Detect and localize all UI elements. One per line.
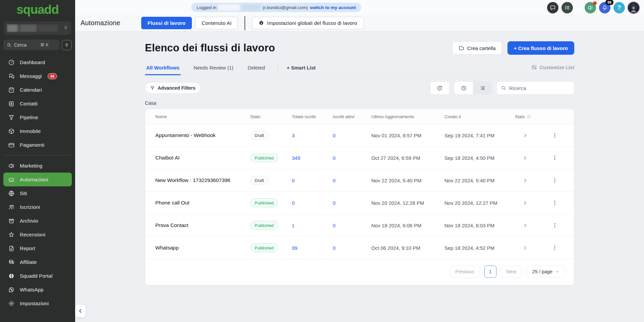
sidebar-item-recensioni[interactable]: Recensioni bbox=[3, 228, 72, 241]
workflow-search[interactable] bbox=[496, 81, 574, 95]
kebab-menu-icon[interactable] bbox=[552, 132, 558, 138]
sidebar-item-iscrizioni[interactable]: Iscrizioni bbox=[3, 200, 72, 214]
page-size-select[interactable]: 25 / page bbox=[527, 266, 565, 278]
sidebar-item-squadd-portal[interactable]: Squadd Portal bbox=[3, 269, 72, 283]
workflow-name[interactable]: Phone call Out bbox=[155, 200, 250, 206]
active-enrolled-link[interactable]: 0 bbox=[333, 178, 335, 183]
sidebar-search-input[interactable] bbox=[14, 42, 38, 48]
tab-needs-review-1[interactable]: Needs Review (1) bbox=[192, 65, 235, 75]
history-button[interactable] bbox=[430, 81, 449, 95]
archive-icon bbox=[8, 218, 15, 224]
chevron-right-icon[interactable] bbox=[522, 245, 528, 251]
sidebar-item-contatti[interactable]: Contatti bbox=[3, 97, 72, 110]
user-avatar[interactable] bbox=[628, 2, 639, 13]
people-icon bbox=[8, 204, 15, 211]
total-enrolled-link[interactable]: 0 bbox=[292, 178, 294, 183]
chevron-right-icon[interactable] bbox=[522, 155, 528, 161]
previous-page-button[interactable]: Previous bbox=[449, 266, 480, 278]
table-row[interactable]: Prova Contact Published 1 0 Nov 18 2024,… bbox=[145, 214, 574, 237]
sidebar-item-messaggi[interactable]: Messaggi46 bbox=[3, 69, 72, 83]
created-at: Sep 18 2024, 4:50 PM bbox=[444, 155, 515, 161]
help-button[interactable]: ? bbox=[613, 2, 625, 13]
workflow-name[interactable]: Whatsapp bbox=[155, 245, 250, 251]
tab-all-workflows[interactable]: All Workflows bbox=[145, 65, 181, 75]
recent-view-button[interactable] bbox=[454, 82, 473, 94]
sidebar-item-archivio[interactable]: Archivio bbox=[3, 214, 72, 228]
conversations-button[interactable] bbox=[547, 2, 558, 13]
advanced-filters-button[interactable]: Advanced Filters bbox=[145, 82, 201, 94]
total-enrolled-link[interactable]: 0 bbox=[292, 200, 294, 206]
chevron-right-icon[interactable] bbox=[522, 178, 528, 183]
sidebar-item-whatsapp[interactable]: WhatsApp bbox=[3, 283, 72, 296]
notifications-button[interactable]: 99 bbox=[599, 2, 610, 13]
table-row[interactable]: Phone call Out Published 0 0 Nov 20 2024… bbox=[145, 192, 574, 214]
total-enrolled-link[interactable]: 99 bbox=[292, 245, 298, 251]
sidebar-item-impostazioni[interactable]: Impostazioni bbox=[3, 296, 72, 310]
active-enrolled-link[interactable]: 0 bbox=[333, 133, 335, 138]
customize-list-button[interactable]: Customize List bbox=[531, 64, 574, 75]
account-name-redacted bbox=[7, 24, 63, 32]
kebab-menu-icon[interactable] bbox=[552, 177, 558, 183]
total-enrolled-link[interactable]: 3 bbox=[292, 133, 294, 138]
credit-card-icon bbox=[8, 142, 15, 148]
switch-account-link[interactable]: switch to my account bbox=[310, 5, 356, 10]
calendar-icon bbox=[8, 87, 15, 93]
breadcrumb[interactable]: Casa bbox=[145, 100, 574, 106]
kebab-menu-icon[interactable] bbox=[552, 222, 558, 228]
total-enrolled-link[interactable]: 1 bbox=[292, 223, 294, 228]
workflow-name[interactable]: New Workflow : 1732293607396 bbox=[155, 177, 250, 183]
column-header-creato-il: Creato il bbox=[444, 114, 515, 119]
kebab-menu-icon[interactable] bbox=[552, 245, 558, 251]
sidebar-item-calendari[interactable]: Calendari bbox=[3, 83, 72, 97]
sidebar-item-dashboard[interactable]: Dashboard bbox=[3, 55, 72, 69]
active-enrolled-link[interactable]: 0 bbox=[333, 223, 335, 228]
updown-stepper-icon[interactable] bbox=[63, 25, 68, 32]
add-smart-list-button[interactable]: + Smart List bbox=[287, 65, 316, 75]
create-folder-button[interactable]: Crea cartella bbox=[452, 41, 502, 55]
global-workflow-settings-button[interactable]: Impostazioni globali del flusso di lavor… bbox=[252, 17, 363, 29]
section-title: Automazione bbox=[80, 19, 120, 27]
workflow-name[interactable]: Appuntamento - Webhook bbox=[155, 132, 250, 138]
table-row[interactable]: Whatsapp Published 99 0 Oct 06 2024, 9:1… bbox=[145, 237, 574, 259]
sidebar-item-label: Impostazioni bbox=[20, 301, 49, 306]
sidebar-item-automazioni[interactable]: Automazioni bbox=[3, 173, 72, 186]
sidebar-item-siti[interactable]: Siti bbox=[3, 186, 72, 200]
active-enrolled-link[interactable]: 0 bbox=[333, 200, 335, 206]
chevron-right-icon[interactable] bbox=[522, 200, 528, 206]
sidebar-item-pipeline[interactable]: Pipeline bbox=[3, 110, 72, 124]
tab-deleted[interactable]: Deleted bbox=[246, 65, 266, 75]
announcements-button[interactable] bbox=[585, 2, 596, 13]
sidebar-search[interactable]: ⌘ K bbox=[3, 40, 59, 50]
sidebar-item-immobile[interactable]: Immobile bbox=[3, 124, 72, 138]
account-switcher[interactable] bbox=[4, 21, 71, 35]
active-enrolled-link[interactable]: 0 bbox=[333, 245, 335, 251]
table-row[interactable]: New Workflow : 1732293607396 Draft 0 0 N… bbox=[145, 169, 574, 192]
sidebar-item-pagamenti[interactable]: Pagamenti bbox=[3, 138, 72, 152]
chevron-right-icon[interactable] bbox=[522, 133, 528, 138]
kebab-menu-icon[interactable] bbox=[552, 200, 558, 206]
quick-actions-button[interactable] bbox=[62, 40, 72, 50]
sidebar-collapse-button[interactable] bbox=[75, 305, 86, 317]
workflow-name[interactable]: Prova Contact bbox=[155, 222, 250, 228]
create-workflow-button[interactable]: + Crea flusso di lavoro bbox=[507, 41, 574, 55]
current-page-button[interactable]: 1 bbox=[484, 266, 496, 278]
table-row[interactable]: Appuntamento - Webhook Draft 3 0 Nov 01 … bbox=[145, 124, 574, 147]
created-at: Nov 20 2024, 12:27 PM bbox=[444, 200, 515, 206]
tasks-button[interactable] bbox=[561, 2, 573, 13]
sidebar-item-marketing[interactable]: Marketing bbox=[3, 159, 72, 173]
status-badge: Published bbox=[250, 198, 278, 207]
workflow-search-input[interactable] bbox=[509, 85, 570, 91]
kebab-menu-icon[interactable] bbox=[552, 155, 558, 161]
tab-workflows[interactable]: Flussi di lavoro bbox=[141, 17, 192, 29]
chevron-right-icon[interactable] bbox=[522, 223, 528, 228]
workflow-name[interactable]: Chatbot AI bbox=[155, 155, 250, 161]
tab-ai-content[interactable]: Contenuto AI bbox=[195, 17, 238, 29]
next-page-button[interactable]: Next bbox=[501, 266, 522, 278]
list-view-button[interactable] bbox=[473, 82, 492, 94]
sidebar-item-affiliate[interactable]: Affiliate bbox=[3, 255, 72, 269]
table-row[interactable]: Chatbot AI Published 349 0 Oct 27 2024, … bbox=[145, 147, 574, 169]
top-bar: Logged in (r.bondici@gmail.com) switch t… bbox=[75, 0, 644, 15]
total-enrolled-link[interactable]: 349 bbox=[292, 155, 300, 161]
sidebar-item-report[interactable]: Report bbox=[3, 241, 72, 255]
active-enrolled-link[interactable]: 0 bbox=[333, 155, 335, 161]
